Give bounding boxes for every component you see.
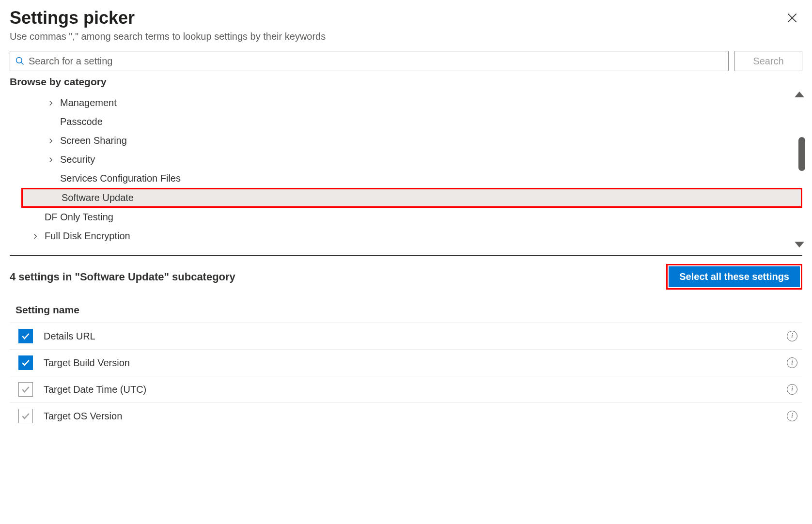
section-divider xyxy=(10,255,802,256)
checkmark-icon xyxy=(21,358,31,368)
scroll-down-button[interactable] xyxy=(795,242,804,247)
setting-row[interactable]: Target OS Version i xyxy=(10,402,802,429)
page-title: Settings picker xyxy=(10,8,326,28)
category-management[interactable]: Management xyxy=(21,93,802,112)
checkmark-icon xyxy=(21,411,31,421)
close-icon xyxy=(786,12,798,24)
chevron-right-icon xyxy=(32,233,39,240)
setting-name-label: Details URL xyxy=(44,331,776,342)
setting-name-label: Target OS Version xyxy=(44,411,776,422)
info-icon[interactable]: i xyxy=(787,411,797,421)
category-label: Management xyxy=(60,97,117,108)
category-label: Security xyxy=(60,154,95,165)
page-subtitle: Use commas "," among search terms to loo… xyxy=(10,31,326,42)
close-button[interactable] xyxy=(782,8,802,30)
category-security[interactable]: Security xyxy=(21,150,802,169)
scroll-up-button[interactable] xyxy=(795,92,804,97)
search-input[interactable] xyxy=(29,56,723,67)
browse-by-category-label: Browse by category xyxy=(10,76,802,88)
category-passcode[interactable]: Passcode xyxy=(21,112,802,131)
setting-checkbox[interactable] xyxy=(18,355,33,370)
scrollbar-thumb[interactable] xyxy=(798,137,805,171)
info-icon[interactable]: i xyxy=(787,384,797,395)
category-label: Services Configuration Files xyxy=(60,173,181,184)
search-icon xyxy=(15,56,25,66)
setting-row[interactable]: Target Build Version i xyxy=(10,349,802,376)
setting-checkbox[interactable] xyxy=(18,329,33,343)
setting-row[interactable]: Details URL i xyxy=(10,323,802,349)
search-box[interactable] xyxy=(10,51,729,71)
checkmark-icon xyxy=(21,385,31,394)
svg-line-3 xyxy=(21,62,24,65)
category-full-disk-encryption[interactable]: Full Disk Encryption xyxy=(21,227,802,246)
info-icon[interactable]: i xyxy=(787,357,797,368)
category-label: Screen Sharing xyxy=(60,135,127,146)
setting-name-label: Target Date Time (UTC) xyxy=(44,384,776,395)
select-all-button[interactable]: Select all these settings xyxy=(669,266,800,287)
category-screen-sharing[interactable]: Screen Sharing xyxy=(21,131,802,150)
subcategory-count-label: 4 settings in "Software Update" subcateg… xyxy=(10,271,235,283)
category-label: Passcode xyxy=(60,116,103,127)
category-software-update[interactable]: Software Update xyxy=(21,188,802,208)
checkmark-icon xyxy=(21,331,31,341)
setting-name-label: Target Build Version xyxy=(44,357,776,369)
info-icon[interactable]: i xyxy=(787,331,797,341)
category-services-config-files[interactable]: Services Configuration Files xyxy=(21,169,802,188)
category-df-only-testing[interactable]: DF Only Testing xyxy=(21,208,802,227)
chevron-right-icon xyxy=(47,156,54,163)
setting-row[interactable]: Target Date Time (UTC) i xyxy=(10,376,802,402)
category-label: Software Update xyxy=(62,192,134,203)
category-label: DF Only Testing xyxy=(45,212,113,223)
search-button[interactable]: Search xyxy=(734,51,802,71)
chevron-right-icon xyxy=(47,138,54,144)
category-tree: Management Passcode Screen Sharing Secur… xyxy=(10,93,802,246)
chevron-right-icon xyxy=(47,100,54,107)
svg-point-2 xyxy=(16,58,22,63)
column-header-setting-name: Setting name xyxy=(10,301,802,323)
category-label: Full Disk Encryption xyxy=(45,231,130,242)
setting-checkbox[interactable] xyxy=(18,382,33,397)
setting-checkbox[interactable] xyxy=(18,409,33,423)
